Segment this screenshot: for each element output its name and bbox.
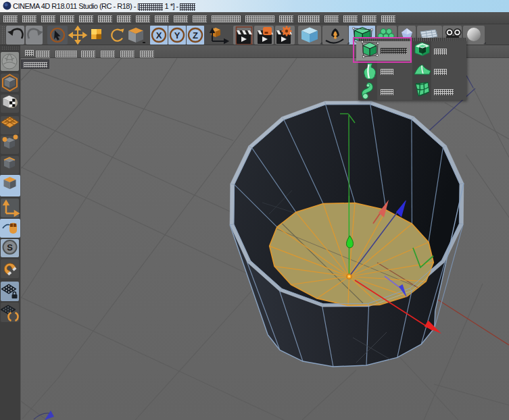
svg-text:Y: Y [174, 30, 180, 41]
svg-text:X: X [156, 30, 162, 41]
svg-text:S: S [7, 242, 13, 253]
svg-text:Z: Z [193, 30, 198, 41]
